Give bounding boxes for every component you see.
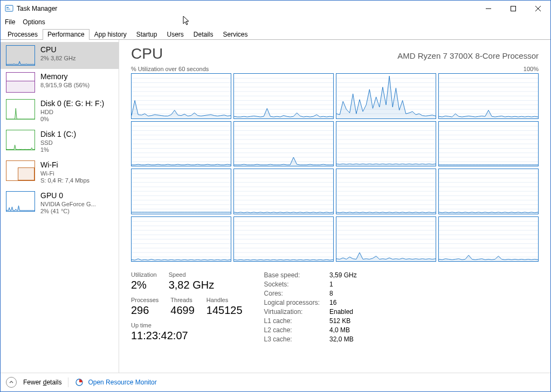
sidebar-wifi-sub2: S: 0,4 R: 7,4 Mbps — [40, 177, 89, 185]
stat-value: 512 KB — [329, 317, 357, 325]
close-button[interactable] — [526, 1, 550, 17]
maximize-button[interactable] — [501, 1, 526, 17]
stat-processes: Processes 296 — [131, 297, 159, 317]
sidebar-item-disk1[interactable]: Disk 1 (C:) SSD 1% — [1, 127, 119, 157]
tab-users[interactable]: Users — [162, 29, 188, 40]
stat-value: 32,0 MB — [329, 335, 357, 343]
stat-key: Base speed: — [264, 271, 320, 279]
stat-key: Cores: — [264, 290, 320, 297]
sidebar-item-cpu[interactable]: CPU 2% 3,82 GHz — [1, 42, 119, 69]
sidebar-disk0-sub2: 0% — [40, 116, 104, 123]
core-chart-9 — [233, 169, 334, 214]
stat-utilization: Utilization 2% — [131, 271, 157, 291]
gpu-thumb — [6, 191, 35, 212]
sidebar-disk0-name: Disk 0 (E: G: H: F:) — [40, 99, 104, 109]
tab-startup[interactable]: Startup — [132, 29, 162, 40]
stat-value: 3,59 GHz — [329, 271, 357, 279]
disk0-thumb — [6, 99, 35, 120]
sidebar-wifi-sub1: Wi-Fi — [40, 170, 89, 178]
stat-value: Enabled — [329, 308, 357, 316]
detail-pane: CPU AMD Ryzen 7 3700X 8-Core Processor %… — [119, 40, 550, 373]
sidebar: CPU 2% 3,82 GHz Memory 8,9/15,9 GB (56%) — [1, 40, 119, 373]
tab-services[interactable]: Services — [218, 29, 253, 40]
core-chart-4 — [131, 121, 231, 167]
menu-options[interactable]: Options — [23, 18, 45, 26]
core-chart-14 — [336, 216, 436, 262]
wifi-thumb — [6, 160, 35, 181]
sidebar-cpu-name: CPU — [40, 45, 75, 55]
open-resource-monitor-link[interactable]: Open Resource Monitor — [88, 379, 156, 386]
sidebar-cpu-sub: 2% 3,82 GHz — [40, 55, 75, 62]
sidebar-memory-name: Memory — [40, 72, 89, 82]
core-chart-11 — [438, 169, 539, 214]
core-chart-12 — [131, 216, 231, 262]
sidebar-disk0-sub1: HDD — [40, 109, 104, 116]
chart-right-label: 100% — [524, 66, 539, 72]
core-chart-6 — [336, 121, 436, 167]
tab-strip: Processes Performance App history Startu… — [1, 27, 550, 40]
sidebar-wifi-name: Wi-Fi — [40, 160, 89, 170]
core-chart-2 — [336, 73, 436, 119]
stat-key: L2 cache: — [264, 326, 320, 334]
core-chart-grid — [131, 73, 539, 262]
stats-area: Utilization 2% Speed 3,82 GHz Processes … — [131, 271, 539, 343]
svg-rect-4 — [511, 6, 516, 11]
window-title: Task Manager — [17, 5, 57, 12]
sidebar-gpu-sub1: NVIDIA GeForce G... — [40, 201, 96, 208]
core-chart-5 — [233, 121, 334, 167]
stat-value: 4,0 MB — [329, 326, 357, 334]
stat-key: Sockets: — [264, 281, 320, 288]
sidebar-disk1-sub2: 1% — [40, 146, 76, 154]
sidebar-memory-sub: 8,9/15,9 GB (56%) — [40, 82, 89, 89]
stat-value: 8 — [329, 290, 357, 297]
stat-key: L1 cache: — [264, 317, 320, 325]
stats-right: Base speed:3,59 GHzSockets:1Cores:8Logic… — [264, 271, 357, 343]
memory-thumb — [6, 72, 35, 93]
core-chart-15 — [438, 216, 539, 262]
sidebar-disk1-name: Disk 1 (C:) — [40, 130, 76, 139]
sidebar-item-disk0[interactable]: Disk 0 (E: G: H: F:) HDD 0% — [1, 96, 119, 127]
core-chart-13 — [233, 216, 334, 262]
minimize-button[interactable] — [476, 1, 501, 17]
sidebar-gpu-name: GPU 0 — [40, 191, 96, 201]
tab-processes[interactable]: Processes — [3, 29, 43, 40]
stat-value: 16 — [329, 299, 357, 306]
sidebar-disk1-sub1: SSD — [40, 139, 76, 147]
stat-key: Virtualization: — [264, 308, 320, 316]
stat-uptime: Up time 11:23:42:07 — [131, 322, 188, 342]
sidebar-item-wifi[interactable]: Wi-Fi Wi-Fi S: 0,4 R: 7,4 Mbps — [1, 157, 119, 188]
stat-handles: Handles 145125 — [206, 297, 243, 317]
svg-rect-2 — [6, 9, 10, 10]
stat-value: 1 — [329, 281, 357, 288]
core-chart-3 — [438, 73, 539, 119]
core-chart-1 — [233, 73, 334, 119]
sidebar-item-memory[interactable]: Memory 8,9/15,9 GB (56%) — [1, 69, 119, 96]
svg-rect-0 — [5, 5, 13, 11]
tab-details[interactable]: Details — [189, 29, 218, 40]
sidebar-gpu-sub2: 2% (41 °C) — [40, 208, 96, 215]
resource-monitor-icon — [75, 378, 84, 387]
stat-key: L3 cache: — [264, 335, 320, 343]
chevron-up-icon[interactable] — [6, 377, 17, 388]
bottom-bar: Fewer details Open Resource Monitor — [1, 373, 550, 391]
menubar: File Options — [1, 17, 550, 27]
tab-performance[interactable]: Performance — [43, 29, 89, 40]
core-chart-7 — [438, 121, 539, 167]
titlebar: Task Manager — [1, 1, 550, 17]
tab-app-history[interactable]: App history — [89, 29, 132, 40]
core-chart-0 — [131, 73, 231, 119]
app-icon — [5, 4, 13, 13]
menu-file[interactable]: File — [5, 18, 15, 26]
cpu-thumb — [6, 45, 35, 66]
stat-speed: Speed 3,82 GHz — [169, 271, 214, 291]
chart-left-label: % Utilization over 60 seconds — [131, 66, 209, 72]
svg-rect-1 — [6, 7, 9, 8]
detail-title: CPU — [131, 45, 163, 62]
stat-threads: Threads 4699 — [170, 297, 195, 317]
task-manager-window: Task Manager File Options Processes Perf… — [0, 0, 551, 392]
fewer-details-link[interactable]: Fewer details — [23, 379, 61, 386]
disk1-thumb — [6, 130, 35, 150]
sidebar-item-gpu[interactable]: GPU 0 NVIDIA GeForce G... 2% (41 °C) — [1, 188, 119, 219]
core-chart-8 — [131, 169, 231, 214]
cpu-model: AMD Ryzen 7 3700X 8-Core Processor — [397, 51, 539, 60]
